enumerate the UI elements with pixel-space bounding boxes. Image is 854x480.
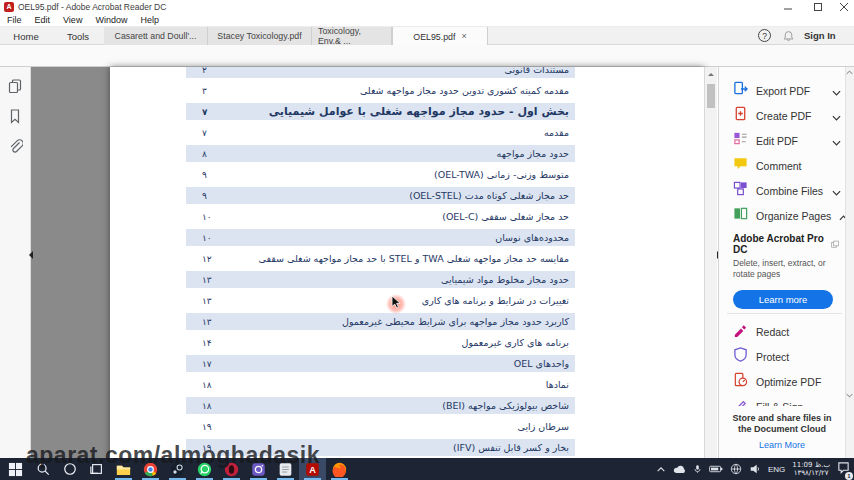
toc-row[interactable]: بخار و کسر قابل تنفس (IFV)۱۹ [186, 439, 575, 456]
toc-row-page: ۱۹ [202, 443, 212, 453]
taskbar-notes-app-icon[interactable] [272, 458, 299, 480]
tool-create-pdf[interactable]: Create PDF [733, 103, 841, 128]
toc-row[interactable]: محدوده‌های نوسان۱۰ [186, 229, 575, 246]
microphone-icon[interactable] [693, 463, 702, 475]
panel-scrollbar[interactable] [845, 67, 854, 458]
toc-row-page: ۷ [202, 107, 208, 117]
learn-more-button[interactable]: Learn more [733, 290, 833, 309]
redact-icon [733, 322, 748, 341]
chevron-down-icon [832, 140, 841, 146]
toc-row[interactable]: حد مجاز شغلی سقفی (OEL-C)۱۰ [186, 208, 575, 225]
taskbar-whatsapp-icon[interactable] [191, 458, 218, 480]
menu-view[interactable]: View [63, 15, 82, 25]
toc-row[interactable]: واحدهای OEL۱۷ [186, 355, 575, 372]
toc-row-page: ۱۰ [202, 233, 212, 243]
taskbar-screen-recorder-icon[interactable] [245, 458, 272, 480]
taskbar-steam-icon[interactable] [164, 458, 191, 480]
promo-description: Delete, insert, extract, or rotate pages [733, 258, 839, 280]
menu-window[interactable]: Window [95, 15, 127, 25]
tool-protect[interactable]: Protect [733, 344, 841, 369]
chevron-down-icon [832, 90, 841, 96]
attachments-icon[interactable] [7, 138, 23, 158]
tab-stacey-toxicology-pdf[interactable]: Stacey Toxicology.pdf [208, 27, 312, 45]
page-thumbnails-icon[interactable] [7, 78, 23, 98]
clock[interactable]: 11:09 ب.ظ ۱۳۹۸/۱۲/۲۷ [792, 461, 830, 478]
toc-row-title: حد مجاز شغلی سقفی (OEL-C) [442, 211, 569, 222]
tool-organize-pages[interactable]: Organize Pages [733, 203, 841, 228]
document-scrollbar[interactable] [704, 67, 717, 458]
menu-help[interactable]: Help [140, 15, 159, 25]
taskbar-opera-icon[interactable] [218, 458, 245, 480]
taskbar-cortana-icon[interactable] [56, 458, 83, 480]
windows-taskbar: A ENG 11:09 ب.ظ ۱۳۹۸/۱۲/۲۷ 1 [0, 458, 854, 480]
tab-oel95-pdf[interactable]: OEL95.pdf× [392, 27, 488, 46]
toc-row[interactable]: نمادها۱۸ [186, 376, 575, 393]
toc-row[interactable]: بخش اول - حدود مجاز مواجهه شغلی با عوامل… [186, 103, 575, 120]
footer-learn-more-link[interactable]: Learn More [719, 440, 845, 450]
taskbar-file-explorer-icon[interactable] [110, 458, 137, 480]
tab-casarett-and-doull[interactable]: Casarett and Doull'... [104, 27, 208, 45]
network-globe-icon[interactable] [730, 463, 742, 475]
taskbar-firefox-icon[interactable] [326, 458, 353, 480]
toc-row[interactable]: کاربرد حدود مجاز مواجهه برای شرایط محیطی… [186, 313, 575, 330]
toc-row[interactable]: تغییرات در شرایط و برنامه های کاری۱۳ [186, 292, 575, 309]
menu-file[interactable]: File [7, 15, 22, 25]
chevron-down-icon [832, 115, 841, 121]
bookmarks-icon[interactable] [7, 108, 23, 128]
clock-time: 11:09 ب.ظ [792, 461, 830, 470]
scrollbar-thumb[interactable] [707, 84, 715, 108]
tab-label: Toxicology, Env.& ... [318, 26, 385, 46]
toc-row[interactable]: شاخص بیولوژیکی مواجهه (BEI)۱۸ [186, 397, 575, 414]
tool-combine-files[interactable]: Combine Files [733, 178, 841, 203]
toc-row[interactable]: حدود مجاز مواجهه۸ [186, 145, 575, 162]
hidden-icons-chevron-icon[interactable] [656, 466, 666, 473]
title-bar: A OEL95.pdf - Adobe Acrobat Reader DC [0, 0, 854, 14]
toc-row[interactable]: متوسط وزنی- زمانی (OEL-TWA)۹ [186, 166, 575, 183]
tool-export-pdf[interactable]: Export PDF [733, 78, 841, 103]
toc-row-title: بخار و کسر قابل تنفس (IFV) [453, 442, 569, 453]
cloud-icon[interactable] [673, 464, 686, 474]
toc-row[interactable]: سرطان زایی۱۹ [186, 418, 575, 435]
tool-edit-pdf[interactable]: Edit PDF [733, 128, 841, 153]
tab-home[interactable]: Home [0, 27, 52, 45]
maximize-button[interactable] [806, 0, 830, 14]
volume-icon[interactable] [749, 463, 761, 475]
toc-row[interactable]: حد مجاز شغلی کوتاه مدت (OEL-STEL)۹ [186, 187, 575, 204]
toc-row[interactable]: برنامه های کاری غیرمعمول۱۴ [186, 334, 575, 351]
toc-row[interactable]: مقدمه کمیته کشوری تدوین حدود مجاز مواجهه… [186, 82, 575, 99]
toc-row[interactable]: حدود مجاز مخلوط مواد شیمیایی۱۳ [186, 271, 575, 288]
tools-list: Export PDFCreate PDFEdit PDFCommentCombi… [733, 78, 841, 228]
language-indicator[interactable]: ENG [768, 465, 785, 474]
toc-row-title: تغییرات در شرایط و برنامه های کاری [422, 295, 569, 306]
help-icon[interactable]: ? [758, 29, 771, 42]
tab-close-icon[interactable]: × [461, 32, 466, 41]
sign-in-button[interactable]: Sign In [804, 27, 836, 45]
toc-row-title: حدود مجاز مخلوط مواد شیمیایی [441, 274, 569, 285]
taskbar-acrobat-reader-icon[interactable]: A [299, 458, 326, 480]
panel-scroll-down-icon[interactable] [846, 393, 853, 398]
taskbar-windows-start-icon[interactable] [2, 458, 29, 480]
tab-toxicology-env[interactable]: Toxicology, Env.& ... [312, 27, 392, 45]
tool-comment[interactable]: Comment [733, 153, 841, 178]
taskbar-task-view-icon[interactable] [83, 458, 110, 480]
minimize-button[interactable] [776, 0, 800, 14]
taskbar-chrome-icon[interactable] [137, 458, 164, 480]
tool-optimize-pdf[interactable]: Optimize PDF [733, 369, 841, 394]
menu-edit[interactable]: Edit [35, 15, 51, 25]
clock-date: ۱۳۹۸/۱۲/۲۷ [792, 469, 830, 478]
close-button[interactable] [832, 0, 854, 14]
tool-redact[interactable]: Redact [733, 319, 841, 344]
panel-scroll-up-icon[interactable] [846, 70, 853, 75]
taskbar-search-icon[interactable] [29, 458, 56, 480]
toc-row[interactable]: مستندات قانونی۲ [186, 67, 575, 78]
toc-row-title: مقدمه [544, 127, 569, 138]
battery-icon[interactable] [709, 464, 723, 474]
tab-tools[interactable]: Tools [52, 27, 104, 45]
toc-row[interactable]: مقایسه حد مجاز مواجهه شغلی TWA و STEL با… [186, 250, 575, 267]
toc-row-page: ۱۸ [202, 401, 212, 411]
action-center-icon[interactable]: 1 [837, 460, 850, 478]
toc-row-title: حد مجاز شغلی کوتاه مدت (OEL-STEL) [409, 190, 569, 201]
collapse-left-panel-icon[interactable] [25, 251, 33, 259]
toc-row[interactable]: مقدمه۷ [186, 124, 575, 141]
scroll-up-arrow-icon[interactable] [708, 70, 714, 76]
